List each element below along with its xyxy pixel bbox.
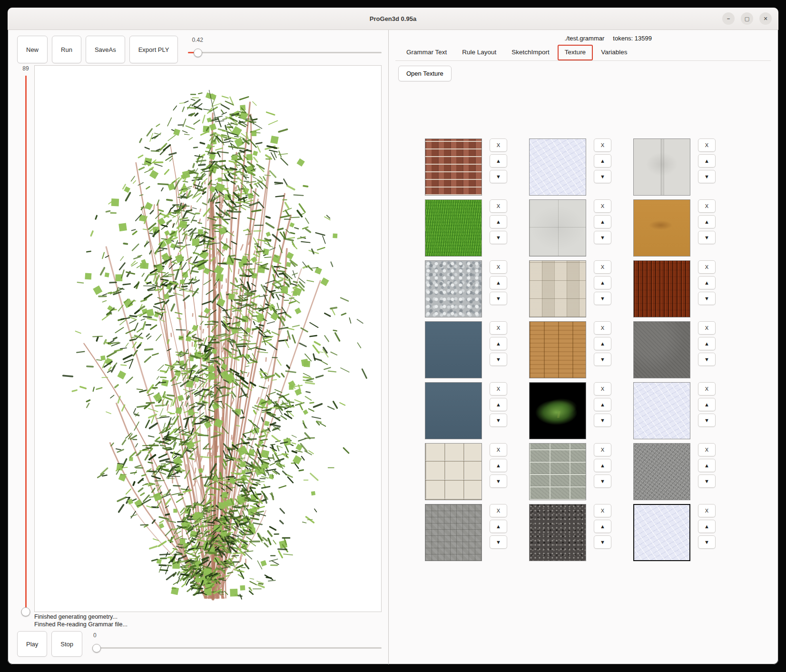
texture-remove-button[interactable]: X bbox=[594, 260, 611, 274]
texture-thumb-concrete-blocks[interactable] bbox=[529, 443, 586, 500]
texture-move-down-button[interactable]: ▼ bbox=[698, 535, 716, 549]
texture-move-up-button[interactable]: ▲ bbox=[594, 215, 611, 228]
texture-move-down-button[interactable]: ▼ bbox=[594, 292, 611, 305]
titlebar[interactable]: ProGen3d 0.95a – ▢ ✕ bbox=[8, 8, 778, 30]
tree-render-canvas[interactable] bbox=[35, 66, 381, 612]
texture-move-up-button[interactable]: ▲ bbox=[490, 520, 507, 533]
texture-thumb-red-brick[interactable] bbox=[425, 138, 482, 196]
texture-move-down-button[interactable]: ▼ bbox=[594, 535, 611, 549]
texture-move-down-button[interactable]: ▼ bbox=[490, 414, 507, 427]
tab-variables[interactable]: Variables bbox=[594, 45, 634, 60]
texture-move-up-button[interactable]: ▲ bbox=[490, 337, 507, 350]
texture-thumb-concrete-tiles[interactable] bbox=[529, 199, 586, 257]
texture-move-up-button[interactable]: ▲ bbox=[594, 154, 611, 168]
generation-slider-track[interactable] bbox=[25, 76, 27, 612]
generation-slider-handle[interactable] bbox=[21, 607, 30, 616]
texture-thumb-gravel[interactable] bbox=[425, 260, 482, 317]
texture-move-down-button[interactable]: ▼ bbox=[698, 292, 716, 305]
texture-move-up-button[interactable]: ▲ bbox=[490, 398, 507, 411]
new-button[interactable]: New bbox=[17, 36, 48, 63]
export-ply-button[interactable]: Export PLY bbox=[129, 36, 178, 63]
texture-remove-button[interactable]: X bbox=[490, 443, 507, 456]
texture-move-down-button[interactable]: ▼ bbox=[594, 231, 611, 244]
texture-thumb-slate-blue[interactable] bbox=[425, 321, 482, 378]
tab-rule-layout[interactable]: Rule Layout bbox=[455, 45, 503, 60]
texture-remove-button[interactable]: X bbox=[490, 504, 507, 517]
texture-move-up-button[interactable]: ▲ bbox=[490, 459, 507, 472]
texture-remove-button[interactable]: X bbox=[594, 443, 611, 456]
texture-thumb-conifer-branch[interactable] bbox=[529, 382, 586, 439]
texture-move-down-button[interactable]: ▼ bbox=[490, 292, 507, 305]
texture-move-up-button[interactable]: ▲ bbox=[594, 337, 611, 350]
texture-thumb-crinkled-paper-2[interactable] bbox=[633, 382, 690, 439]
run-button[interactable]: Run bbox=[52, 36, 81, 63]
stop-button[interactable]: Stop bbox=[51, 631, 82, 657]
texture-thumb-scratched-gray[interactable] bbox=[633, 443, 690, 500]
texture-move-down-button[interactable]: ▼ bbox=[698, 474, 716, 488]
detail-slider-handle[interactable] bbox=[194, 49, 202, 57]
texture-move-up-button[interactable]: ▲ bbox=[594, 520, 611, 533]
texture-remove-button[interactable]: X bbox=[490, 138, 507, 152]
texture-move-up-button[interactable]: ▲ bbox=[490, 154, 507, 168]
texture-move-down-button[interactable]: ▼ bbox=[698, 353, 716, 366]
texture-remove-button[interactable]: X bbox=[698, 443, 716, 456]
texture-move-down-button[interactable]: ▼ bbox=[490, 231, 507, 244]
animation-slider-handle[interactable] bbox=[92, 644, 101, 652]
texture-thumb-grass[interactable] bbox=[425, 199, 482, 257]
texture-remove-button[interactable]: X bbox=[594, 138, 611, 152]
texture-thumb-dark-wood[interactable] bbox=[633, 260, 690, 317]
texture-move-down-button[interactable]: ▼ bbox=[490, 535, 507, 549]
texture-remove-button[interactable]: X bbox=[698, 321, 716, 335]
texture-move-up-button[interactable]: ▲ bbox=[698, 154, 716, 168]
texture-move-up-button[interactable]: ▲ bbox=[594, 398, 611, 411]
texture-move-up-button[interactable]: ▲ bbox=[490, 215, 507, 228]
texture-move-up-button[interactable]: ▲ bbox=[698, 398, 716, 411]
texture-move-down-button[interactable]: ▼ bbox=[594, 474, 611, 488]
texture-move-up-button[interactable]: ▲ bbox=[698, 215, 716, 228]
tab-grammar-text[interactable]: Grammar Text bbox=[399, 45, 454, 60]
texture-move-up-button[interactable]: ▲ bbox=[594, 459, 611, 472]
saveas-button[interactable]: SaveAs bbox=[86, 36, 125, 63]
tab-texture[interactable]: Texture bbox=[558, 45, 593, 60]
texture-remove-button[interactable]: X bbox=[698, 504, 716, 517]
render-viewport[interactable] bbox=[34, 65, 382, 612]
texture-move-down-button[interactable]: ▼ bbox=[594, 170, 611, 183]
texture-move-down-button[interactable]: ▼ bbox=[490, 170, 507, 183]
texture-remove-button[interactable]: X bbox=[490, 321, 507, 335]
texture-move-down-button[interactable]: ▼ bbox=[698, 231, 716, 244]
texture-remove-button[interactable]: X bbox=[698, 382, 716, 395]
texture-remove-button[interactable]: X bbox=[490, 199, 507, 213]
texture-thumb-slate-blue-2[interactable] bbox=[425, 382, 482, 439]
play-button[interactable]: Play bbox=[17, 631, 47, 657]
texture-thumb-crinkled-paper[interactable] bbox=[529, 138, 586, 196]
texture-remove-button[interactable]: X bbox=[698, 260, 716, 274]
texture-thumb-tan-clay[interactable] bbox=[633, 199, 690, 257]
texture-thumb-beige-tiles[interactable] bbox=[425, 443, 482, 500]
texture-move-up-button[interactable]: ▲ bbox=[698, 459, 716, 472]
texture-thumb-light-plaster[interactable] bbox=[633, 138, 690, 196]
texture-move-up-button[interactable]: ▲ bbox=[698, 520, 716, 533]
texture-move-up-button[interactable]: ▲ bbox=[698, 337, 716, 350]
texture-move-down-button[interactable]: ▼ bbox=[594, 353, 611, 366]
texture-remove-button[interactable]: X bbox=[594, 382, 611, 395]
texture-move-up-button[interactable]: ▲ bbox=[594, 276, 611, 289]
texture-move-down-button[interactable]: ▼ bbox=[698, 170, 716, 183]
open-texture-button[interactable]: Open Texture bbox=[398, 66, 452, 81]
minimize-icon[interactable]: – bbox=[722, 12, 735, 25]
texture-move-up-button[interactable]: ▲ bbox=[490, 276, 507, 289]
texture-thumb-oak-planks[interactable] bbox=[529, 321, 586, 378]
close-icon[interactable]: ✕ bbox=[759, 12, 772, 25]
texture-remove-button[interactable]: X bbox=[490, 260, 507, 274]
detail-slider-track[interactable] bbox=[188, 52, 382, 53]
texture-move-down-button[interactable]: ▼ bbox=[594, 414, 611, 427]
texture-remove-button[interactable]: X bbox=[698, 199, 716, 213]
texture-move-down-button[interactable]: ▼ bbox=[490, 353, 507, 366]
texture-remove-button[interactable]: X bbox=[490, 382, 507, 395]
maximize-icon[interactable]: ▢ bbox=[741, 12, 753, 25]
texture-remove-button[interactable]: X bbox=[594, 199, 611, 213]
texture-remove-button[interactable]: X bbox=[594, 504, 611, 517]
tab-sketchimport[interactable]: SketchImport bbox=[504, 45, 557, 60]
texture-move-up-button[interactable]: ▲ bbox=[698, 276, 716, 289]
texture-thumb-dark-concrete[interactable] bbox=[633, 321, 690, 378]
texture-thumb-asphalt[interactable] bbox=[529, 504, 586, 561]
